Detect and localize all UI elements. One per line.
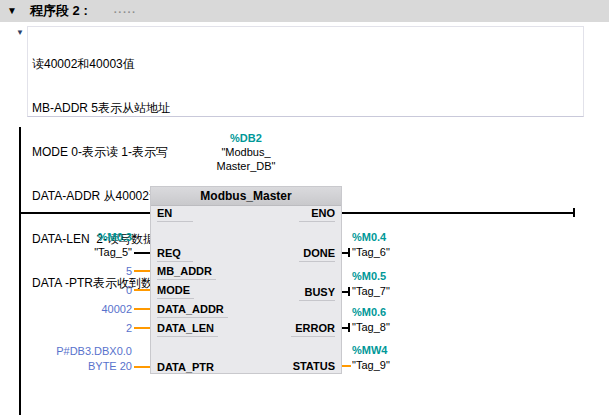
req-operand-address[interactable]: %M0.3 [94, 230, 132, 245]
status-operand-tag[interactable]: "Tag_9" [352, 358, 390, 373]
db-name-line: "Modbus_ [150, 145, 342, 159]
pin-status[interactable]: STATUS [289, 360, 335, 374]
eno-wire [342, 212, 575, 214]
data-addr-value[interactable]: 40002 [101, 302, 132, 316]
comment-line: 读40002和40003值 [32, 57, 583, 72]
instance-db-label[interactable]: %DB2 "Modbus_ Master_DB" [150, 131, 342, 173]
error-wire-tick [348, 323, 350, 332]
mode-wire [134, 289, 150, 291]
error-operand-tag[interactable]: "Tag_8" [352, 320, 390, 335]
ladder-editor: ▼ 程序段 2 : ..... ▼ 读40002和40003值 MB-ADDR … [0, 0, 609, 415]
data-ptr-value[interactable]: P#DB3.DBX0.0 BYTE 20 [56, 344, 132, 374]
busy-wire-tick [348, 287, 350, 296]
network-comment-placeholder[interactable]: ..... [114, 3, 137, 15]
db-operand[interactable]: %DB2 [150, 131, 342, 145]
pin-req[interactable]: REQ [157, 247, 193, 262]
req-wire [134, 252, 150, 254]
data-len-value[interactable]: 2 [126, 321, 132, 335]
comment-line: MB-ADDR 5表示从站地址 [32, 101, 583, 116]
busy-operand[interactable]: %M0.5 "Tag_7" [352, 269, 390, 299]
done-operand-address[interactable]: %M0.4 [352, 230, 390, 245]
block-title[interactable]: Modbus_Master [151, 187, 341, 206]
en-wire [19, 212, 150, 214]
power-rail [19, 127, 21, 415]
busy-operand-tag[interactable]: "Tag_7" [352, 284, 390, 299]
pin-data-addr[interactable]: DATA_ADDR [157, 303, 228, 318]
modbus-master-block[interactable]: Modbus_Master EN REQ MB_ADDR MODE DATA_A… [150, 186, 342, 374]
pin-busy[interactable]: BUSY [299, 286, 335, 301]
done-operand[interactable]: %M0.4 "Tag_6" [352, 230, 390, 260]
status-wire [342, 365, 351, 367]
pin-error[interactable]: ERROR [291, 322, 335, 337]
data-ptr-value-line[interactable]: P#DB3.DBX0.0 [56, 344, 132, 359]
error-operand[interactable]: %M0.6 "Tag_8" [352, 305, 390, 335]
network-title: 程序段 2 : [30, 2, 88, 20]
req-operand[interactable]: %M0.3 "Tag_5" [94, 230, 132, 260]
network-comment-box[interactable]: 读40002和40003值 MB-ADDR 5表示从站地址 MODE 0-表示读… [27, 26, 584, 117]
pin-en[interactable]: EN [157, 207, 193, 222]
data-ptr-value-line[interactable]: BYTE 20 [56, 359, 132, 374]
pin-mb-addr[interactable]: MB_ADDR [157, 265, 216, 280]
pin-data-ptr[interactable]: DATA_PTR [157, 361, 218, 375]
pin-done[interactable]: DONE [299, 247, 335, 262]
done-operand-tag[interactable]: "Tag_6" [352, 245, 390, 260]
network-collapse-icon[interactable]: ▼ [7, 0, 22, 22]
status-operand-address[interactable]: %MW4 [352, 343, 390, 358]
status-operand[interactable]: %MW4 "Tag_9" [352, 343, 390, 373]
error-operand-address[interactable]: %M0.6 [352, 305, 390, 320]
done-wire-tick [348, 248, 350, 257]
req-operand-tag[interactable]: "Tag_5" [94, 245, 132, 260]
busy-operand-address[interactable]: %M0.5 [352, 269, 390, 284]
comment-collapse-icon[interactable]: ▼ [16, 28, 24, 37]
eno-wire-end-tick [573, 208, 575, 217]
pin-eno[interactable]: ENO [299, 207, 335, 222]
pin-mode[interactable]: MODE [157, 284, 194, 299]
mb-addr-wire [134, 270, 150, 272]
db-name-line: Master_DB" [150, 159, 342, 173]
data-addr-wire [134, 308, 150, 310]
mb-addr-value[interactable]: 5 [126, 264, 132, 278]
pin-data-len[interactable]: DATA_LEN [157, 322, 218, 337]
mode-value[interactable]: 0 [126, 283, 132, 297]
data-len-wire [134, 327, 150, 329]
network-header[interactable]: ▼ 程序段 2 : ..... [0, 0, 609, 22]
data-ptr-wire [134, 366, 150, 368]
